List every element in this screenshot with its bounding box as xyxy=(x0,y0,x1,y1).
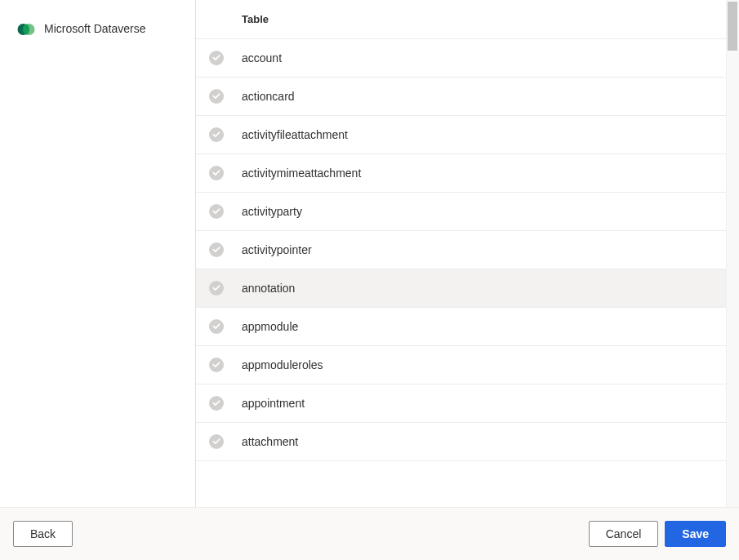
table-row-label: appointment xyxy=(242,397,305,410)
table-row-label: attachment xyxy=(242,435,298,448)
table-row[interactable]: appointment xyxy=(196,384,739,423)
table-column-header[interactable]: Table xyxy=(196,0,739,39)
check-circle-icon[interactable] xyxy=(209,89,224,104)
check-circle-icon[interactable] xyxy=(209,204,224,219)
table-row[interactable]: account xyxy=(196,39,739,78)
content-area: Microsoft Dataverse Table accountactionc… xyxy=(0,0,739,507)
dataverse-icon xyxy=(16,20,36,39)
table-row-label: account xyxy=(242,51,282,64)
table-row[interactable]: activityfileattachment xyxy=(196,116,739,154)
svg-point-2 xyxy=(23,24,29,35)
check-circle-icon[interactable] xyxy=(209,434,224,449)
cancel-button[interactable]: Cancel xyxy=(589,521,659,547)
table-row-label: activitymimeattachment xyxy=(242,167,361,180)
check-circle-icon[interactable] xyxy=(209,319,224,334)
footer-bar: Back Cancel Save xyxy=(0,507,739,560)
table-row-label: annotation xyxy=(242,282,295,295)
table-row-label: appmodule xyxy=(242,320,298,333)
table-row[interactable]: attachment xyxy=(196,423,739,461)
table-row[interactable]: activityparty xyxy=(196,193,739,231)
table-row[interactable]: appmoduleroles xyxy=(196,346,739,384)
table-row-label: actioncard xyxy=(242,90,295,103)
check-circle-icon[interactable] xyxy=(209,242,224,257)
check-circle-icon[interactable] xyxy=(209,281,224,296)
table-row-label: activityfileattachment xyxy=(242,128,348,141)
check-circle-icon[interactable] xyxy=(209,127,224,142)
source-label: Microsoft Dataverse xyxy=(44,20,145,35)
scrollbar-thumb[interactable] xyxy=(728,2,737,51)
table-list-panel: Table accountactioncardactivityfileattac… xyxy=(196,0,739,507)
check-circle-icon[interactable] xyxy=(209,166,224,180)
table-row-label: activityparty xyxy=(242,205,302,218)
table-row[interactable]: annotation xyxy=(196,269,739,308)
table-row[interactable]: actioncard xyxy=(196,78,739,116)
table-row-label: activitypointer xyxy=(242,243,312,256)
table-row[interactable]: appmodule xyxy=(196,308,739,346)
check-circle-icon[interactable] xyxy=(209,358,224,372)
scrollbar-track[interactable] xyxy=(726,0,739,507)
check-circle-icon[interactable] xyxy=(209,51,224,65)
table-row[interactable]: activitymimeattachment xyxy=(196,154,739,193)
table-row[interactable]: activitypointer xyxy=(196,231,739,269)
table-row-label: appmoduleroles xyxy=(242,358,323,371)
back-button[interactable]: Back xyxy=(13,521,73,547)
save-button[interactable]: Save xyxy=(665,521,726,547)
sidebar: Microsoft Dataverse xyxy=(0,0,196,507)
check-circle-icon[interactable] xyxy=(209,396,224,411)
